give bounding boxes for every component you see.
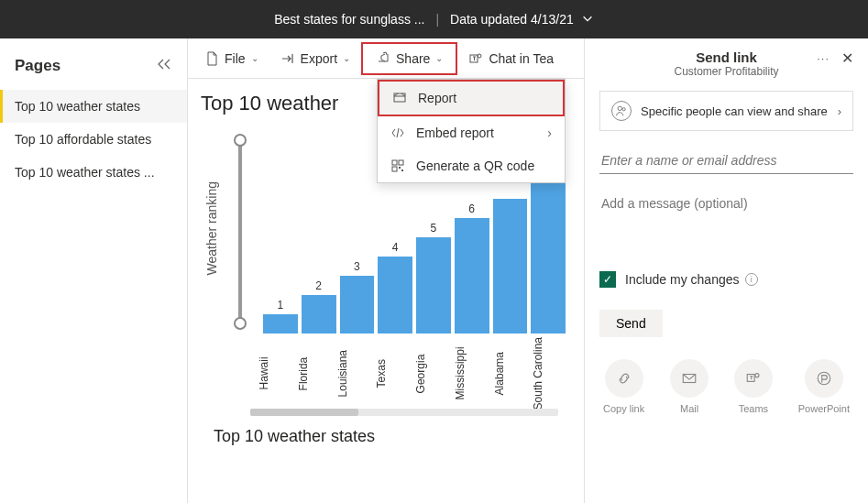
page-item-weather[interactable]: Top 10 weather states [0,90,187,123]
copy-link-button[interactable]: Copy link [603,359,644,414]
share-report-item[interactable]: Report [378,80,565,116]
top-bar: Best states for sunglass ... | Data upda… [0,0,868,38]
collapse-pages-icon[interactable] [156,58,172,74]
svg-rect-5 [392,167,397,171]
page-item-weather-2[interactable]: Top 10 weather states ... [0,156,187,189]
chevron-right-icon: › [838,104,841,118]
share-dropdown-menu: Report Embed report › Generate a QR code [377,79,566,183]
file-button[interactable]: File⌄ [195,46,268,71]
svg-point-9 [622,108,625,111]
bar-alabama[interactable] [493,196,528,334]
bar-texas[interactable]: 4 [378,241,412,334]
page-item-affordable[interactable]: Top 10 affordable states [0,123,187,156]
message-input[interactable] [599,191,853,216]
report-icon [392,91,407,105]
x-label: Alabama [493,334,533,413]
x-label: South Carolina [532,334,571,413]
separator: | [435,12,439,27]
chevron-down-icon[interactable] [581,12,594,27]
horizontal-scrollbar[interactable] [250,409,558,416]
include-changes-label: Include my changes [625,272,740,287]
chat-teams-button[interactable]: Chat in Tea [459,46,563,71]
svg-point-1 [478,54,481,58]
chevron-down-icon: ⌄ [343,53,350,63]
send-button[interactable]: Send [599,310,663,337]
pages-pane: Pages Top 10 weather states Top 10 affor… [0,38,188,503]
bar-mississippi[interactable]: 6 [455,202,489,334]
chevron-right-icon: › [547,126,552,140]
second-chart-title: Top 10 weather states [201,423,571,450]
panel-subtitle: Customer Profitability [599,65,853,78]
file-icon [204,51,219,66]
y-axis-label: Weather ranking [201,178,223,279]
teams-icon [468,51,483,66]
x-label: Texas [375,334,414,413]
bar-florida[interactable]: 2 [302,279,336,334]
x-label: Georgia [414,334,454,413]
export-icon [280,51,295,66]
chevron-down-icon: ⌄ [435,53,443,63]
x-label: Florida [297,334,336,413]
data-updated-label[interactable]: Data updated 4/13/21 [450,12,574,27]
include-changes-checkbox[interactable]: ✓ [599,271,616,288]
toolbar: File⌄ Export⌄ Share⌄ Chat in Tea [188,38,584,79]
x-label: Louisiana [336,334,376,413]
bar-georgia[interactable]: 5 [416,222,451,334]
panel-title: Send link [599,49,853,65]
range-slider[interactable] [226,123,254,324]
share-button[interactable]: Share⌄ [367,46,452,71]
x-label: Mississippi [454,334,493,413]
workspace-title: Best states for sunglass ... [274,12,424,27]
people-icon [611,101,632,121]
teams-icon [745,370,762,387]
bar-louisiana[interactable]: 3 [340,260,375,334]
embed-report-item[interactable]: Embed report › [378,116,565,149]
powerpoint-icon [816,370,832,387]
pages-header: Pages [15,57,60,75]
permission-selector[interactable]: Specific people can view and share › [599,91,853,131]
qr-code-item[interactable]: Generate a QR code [378,149,565,182]
svg-rect-4 [399,160,403,165]
bar-south-carolina[interactable] [531,177,566,334]
link-icon [616,370,632,387]
more-options-button[interactable]: ··· [817,51,830,65]
embed-icon [390,126,405,140]
svg-point-12 [755,374,759,377]
close-panel-button[interactable]: ✕ [841,49,853,67]
teams-button[interactable]: Teams [734,359,773,414]
mail-button[interactable]: Mail [670,359,709,414]
x-label: Hawaii [258,334,297,413]
share-icon [376,51,390,66]
chevron-down-icon: ⌄ [251,53,258,63]
mail-icon [681,370,698,387]
svg-rect-6 [399,167,401,169]
info-icon[interactable]: i [745,273,758,286]
svg-rect-7 [401,169,403,171]
qr-icon [390,159,405,173]
send-link-panel: Send link Customer Profitability ··· ✕ S… [584,38,868,503]
svg-point-8 [618,106,621,110]
svg-rect-3 [392,160,397,165]
recipient-input[interactable] [599,148,853,174]
svg-point-13 [818,372,830,385]
powerpoint-button[interactable]: PowerPoint [798,359,850,414]
export-button[interactable]: Export⌄ [271,46,359,71]
bar-hawaii[interactable]: 1 [263,299,298,334]
